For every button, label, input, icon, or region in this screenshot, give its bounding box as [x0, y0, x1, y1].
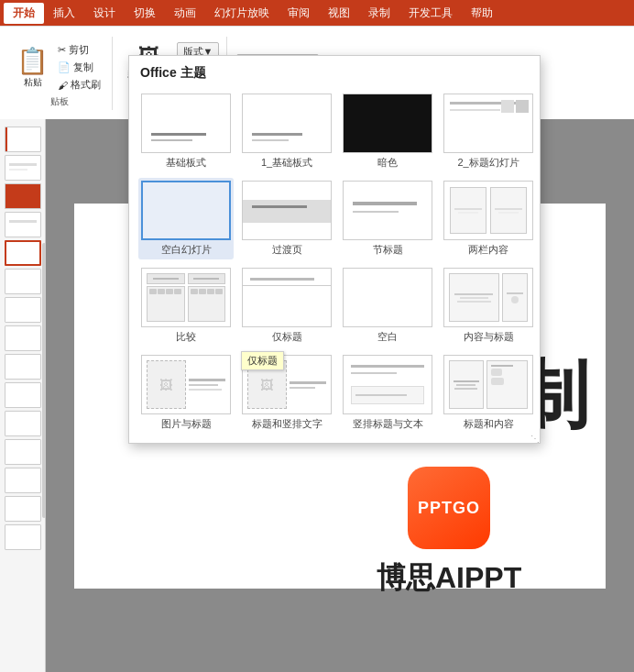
template-basic1-label: 1_基础板式: [261, 156, 312, 170]
template-title-vert-label: 标题和竖排文字: [252, 417, 322, 431]
tab-review[interactable]: 审阅: [279, 3, 319, 24]
template-two-col-label: 两栏内容: [468, 243, 508, 257]
template-blank-selected[interactable]: 空白幻灯片: [138, 178, 234, 259]
tab-view[interactable]: 视图: [319, 3, 359, 24]
tab-transition[interactable]: 切换: [125, 3, 165, 24]
thumbnail-5[interactable]: [5, 240, 41, 266]
template-content-title[interactable]: 内容与标题: [441, 265, 536, 347]
template-transition[interactable]: 过渡页: [239, 178, 334, 259]
tab-record[interactable]: 录制: [359, 3, 399, 24]
template-dropdown: Office 主题 基础板式 1_基础板式: [128, 55, 541, 444]
template-title-only-thumb: [242, 268, 332, 327]
thumbnail-4[interactable]: [5, 212, 41, 237]
template-dark-label: 暗色: [377, 156, 398, 170]
thumbnail-7[interactable]: [5, 297, 41, 323]
template-vert-title-thumb: [343, 355, 432, 414]
thumbnail-1[interactable]: [5, 127, 41, 152]
template-compare-thumb: [141, 268, 231, 327]
tooltip: 仅标题: [241, 351, 284, 370]
clipboard-small-group: ✂ 剪切 📄 复制 🖌 格式刷: [54, 42, 104, 93]
template-basic1[interactable]: 1_基础板式: [239, 91, 334, 172]
thumbnail-13[interactable]: [5, 468, 41, 493]
cut-button[interactable]: ✂ 剪切: [54, 42, 104, 58]
copy-button[interactable]: 📄 复制: [54, 60, 104, 75]
template-dark2-label: 2_标题幻灯片: [457, 156, 519, 170]
clipboard-group: 📋 粘贴 ✂ 剪切 📄 复制 🖌 格式刷 贴板: [7, 37, 113, 110]
template-blank-selected-thumb: [141, 181, 231, 240]
thumbnail-3[interactable]: [5, 183, 41, 209]
template-section-label: 节标题: [373, 243, 403, 257]
template-compare[interactable]: 比较: [138, 265, 234, 347]
pptgo-title: 博思AIPPT: [377, 558, 521, 599]
template-section-thumb: [343, 181, 432, 240]
template-title-only[interactable]: 仅标题: [239, 265, 334, 347]
thumbnail-10[interactable]: [5, 382, 41, 408]
template-two-col-thumb: [443, 181, 533, 240]
template-title-content-thumb: [443, 355, 533, 414]
tab-start[interactable]: 开始: [4, 3, 44, 24]
template-grid: 基础板式 1_基础板式 暗色: [138, 91, 530, 434]
template-compare-label: 比较: [176, 330, 196, 344]
template-title-content-label: 标题和内容: [464, 417, 514, 431]
template-pic-title-label: 图片与标题: [161, 417, 212, 431]
clipboard-label: 贴板: [50, 95, 69, 108]
dropdown-resize-handle[interactable]: ⋱: [530, 434, 538, 441]
template-content-title-label: 内容与标题: [464, 330, 514, 344]
tab-insert[interactable]: 插入: [44, 3, 84, 24]
template-dark2[interactable]: 2_标题幻灯片: [441, 91, 536, 172]
thumbnail-9[interactable]: [5, 354, 41, 380]
template-title-content[interactable]: 标题和内容: [441, 352, 536, 434]
template-dark2-thumb: [443, 94, 533, 153]
paste-button[interactable]: 📋 粘贴: [15, 44, 50, 91]
template-basic1-thumb: [242, 94, 332, 153]
template-vert-title-label: 竖排标题与文本: [353, 417, 423, 431]
template-basic-label: 基础板式: [166, 156, 206, 170]
tab-design[interactable]: 设计: [84, 3, 125, 24]
template-pic-title-thumb: 🖼: [141, 355, 231, 414]
template-transition-thumb: [242, 181, 332, 240]
pptgo-area: PPTGO 博思AIPPT: [377, 467, 521, 599]
template-basic-thumb: [141, 94, 231, 153]
thumbnail-2[interactable]: [5, 155, 41, 181]
template-blank-selected-label: 空白幻灯片: [161, 243, 212, 257]
template-blank-thumb: [343, 268, 432, 327]
template-dark-thumb: [343, 94, 432, 153]
template-content-title-thumb: [443, 268, 533, 327]
thumbnail-12[interactable]: [5, 439, 41, 465]
thumbnail-6[interactable]: [5, 269, 41, 294]
template-transition-label: 过渡页: [272, 243, 302, 257]
tab-slideshow[interactable]: 幻灯片放映: [205, 3, 279, 24]
template-dark[interactable]: 暗色: [340, 91, 435, 172]
template-blank-label: 空白: [377, 330, 398, 344]
thumbnail-11[interactable]: [5, 411, 41, 436]
template-section[interactable]: 节标题: [340, 178, 435, 259]
dropdown-title: Office 主题: [138, 65, 530, 82]
thumbnail-14[interactable]: [5, 496, 41, 522]
tab-help[interactable]: 帮助: [462, 3, 502, 24]
format-button[interactable]: 🖌 格式刷: [54, 77, 104, 93]
template-two-col[interactable]: 两栏内容: [441, 178, 536, 259]
thumbnail-15[interactable]: [5, 524, 41, 550]
pptgo-icon: PPTGO: [408, 467, 490, 549]
template-vert-title[interactable]: 竖排标题与文本: [340, 352, 435, 434]
template-pic-title[interactable]: 🖼 图片与标题: [138, 352, 234, 434]
tab-animation[interactable]: 动画: [165, 3, 205, 24]
template-blank[interactable]: 空白: [340, 265, 435, 347]
thumbnails-panel: [0, 119, 46, 672]
template-basic[interactable]: 基础板式: [138, 91, 234, 172]
thumbnail-8[interactable]: [5, 325, 41, 351]
tab-devtools[interactable]: 开发工具: [399, 3, 462, 24]
template-title-only-label: 仅标题: [272, 330, 302, 344]
ribbon-tab-bar: 开始 插入 设计 切换 动画 幻灯片放映 审阅 视图 录制 开发工具 帮助: [0, 0, 634, 26]
